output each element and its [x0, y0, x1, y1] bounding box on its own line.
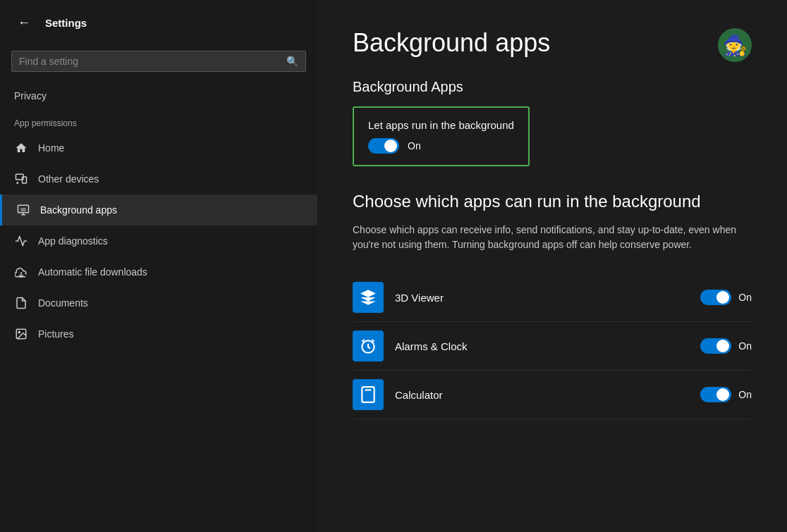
nav-label-app-diagnostics: App diagnostics	[38, 235, 108, 247]
back-button[interactable]: ←	[14, 13, 34, 32]
app-permissions-label: App permissions	[0, 111, 317, 132]
nav-icon-background-apps	[16, 203, 30, 217]
svg-line-13	[372, 340, 374, 342]
sidebar-item-pictures[interactable]: Pictures	[0, 318, 317, 349]
search-input[interactable]	[19, 56, 281, 67]
nav-icon-pictures	[14, 327, 28, 341]
toggle-box-label: Let apps run in the background	[368, 119, 514, 131]
avatar-emoji: 🧙	[723, 34, 748, 57]
sidebar-item-app-diagnostics[interactable]: App diagnostics	[0, 225, 317, 256]
nav-label-background-apps: Background apps	[40, 204, 117, 216]
choose-desc: Choose which apps can receive info, send…	[353, 223, 752, 252]
app-row-calculator: Calculator On	[353, 371, 752, 419]
app-toggle-alarms-clock[interactable]	[700, 338, 731, 354]
nav-label-home: Home	[38, 142, 64, 154]
choose-title: Choose which apps can run in the backgro…	[353, 192, 752, 211]
app-toggle-3d-viewer[interactable]	[700, 290, 731, 305]
app-icon-3d-viewer	[353, 282, 384, 313]
app-row-alarms-clock: Alarms & Clock On	[353, 322, 752, 371]
svg-point-10	[18, 331, 20, 333]
sidebar-item-other-devices[interactable]: Other devices	[0, 163, 317, 194]
background-apps-toggle[interactable]	[368, 138, 399, 154]
settings-title: Settings	[45, 17, 87, 29]
privacy-label: Privacy	[0, 86, 317, 111]
nav-label-other-devices: Other devices	[38, 173, 99, 185]
nav-icon-automatic-file-downloads	[14, 265, 28, 279]
app-toggle-calculator[interactable]	[700, 387, 731, 402]
nav-icon-app-diagnostics	[14, 234, 28, 248]
page-title: Background apps	[353, 28, 550, 58]
app-name-alarms-clock: Alarms & Clock	[395, 340, 689, 352]
back-icon: ←	[18, 16, 30, 30]
search-icon: 🔍	[286, 56, 298, 67]
nav-icon-documents	[14, 296, 28, 310]
sidebar-item-background-apps[interactable]: Background apps	[0, 194, 317, 225]
background-apps-toggle-label: On	[408, 140, 421, 151]
app-row-3d-viewer: 3D Viewer On	[353, 273, 752, 322]
app-toggle-label-alarms-clock: On	[738, 340, 752, 352]
let-apps-run-box: Let apps run in the background On	[353, 106, 530, 166]
search-box[interactable]: 🔍	[11, 51, 306, 72]
nav-icon-other-devices	[14, 172, 28, 186]
svg-line-12	[362, 340, 365, 342]
nav-label-documents: Documents	[38, 297, 88, 309]
svg-rect-5	[20, 208, 26, 211]
app-list: 3D Viewer On Alarms & Clock On Calculato…	[353, 273, 752, 419]
nav-label-pictures: Pictures	[38, 328, 74, 340]
app-toggle-label-calculator: On	[738, 389, 752, 400]
app-toggle-label-3d-viewer: On	[738, 292, 752, 303]
nav-label-automatic-file-downloads: Automatic file downloads	[38, 266, 147, 278]
sidebar-item-automatic-file-downloads[interactable]: Automatic file downloads	[0, 256, 317, 287]
sidebar-item-documents[interactable]: Documents	[0, 287, 317, 318]
background-apps-section-title: Background Apps	[353, 79, 752, 95]
avatar: 🧙	[718, 28, 752, 62]
app-icon-alarms-clock	[353, 330, 384, 361]
nav-icon-home	[14, 141, 28, 155]
app-name-3d-viewer: 3D Viewer	[395, 292, 689, 304]
app-name-calculator: Calculator	[395, 389, 689, 401]
app-icon-calculator	[353, 379, 384, 410]
sidebar-item-home[interactable]: Home	[0, 132, 317, 163]
